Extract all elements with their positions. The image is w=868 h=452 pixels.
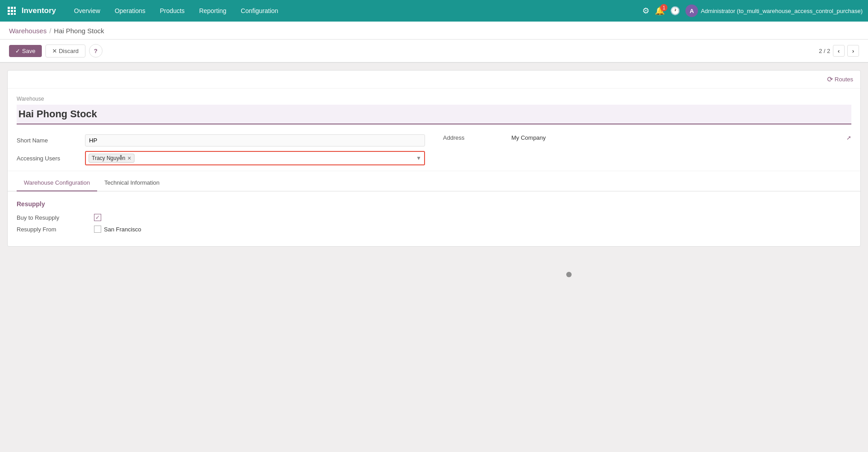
menu-operations[interactable]: Operations <box>107 0 152 22</box>
short-name-field-row: Short Name <box>17 134 425 146</box>
breadcrumb-bar: Warehouses / Hai Phong Stock <box>0 22 868 40</box>
svg-rect-1 <box>11 7 13 9</box>
form-card: ⟳ Routes Warehouse Short Name Accessing … <box>7 70 861 247</box>
svg-rect-6 <box>8 13 10 15</box>
buy-to-resupply-row: Buy to Resupply ✓ <box>17 214 851 221</box>
clock-icon[interactable]: 🕐 <box>670 6 680 16</box>
address-label: Address <box>443 134 506 141</box>
svg-rect-8 <box>14 13 16 15</box>
svg-rect-3 <box>8 10 10 12</box>
buy-to-resupply-label: Buy to Resupply <box>17 214 89 221</box>
san-francisco-label: San Francisco <box>104 226 141 233</box>
menu-reporting[interactable]: Reporting <box>192 0 234 22</box>
help-button[interactable]: ? <box>89 44 103 58</box>
breadcrumb-parent[interactable]: Warehouses <box>9 27 47 35</box>
resupply-from-label: Resupply From <box>17 226 89 233</box>
resupply-from-row: Resupply From San Francisco <box>17 226 851 233</box>
user-name: Administrator (to_multi_warehouse_access… <box>701 8 863 14</box>
top-navigation: Inventory Overview Operations Products R… <box>0 0 868 22</box>
tabs-bar: Warehouse Configuration Technical Inform… <box>8 175 860 191</box>
accessing-users-label: Accessing Users <box>17 155 80 162</box>
remove-user-tag-button[interactable]: ✕ <box>127 155 131 161</box>
breadcrumb: Warehouses / Hai Phong Stock <box>9 27 104 39</box>
short-name-label: Short Name <box>17 137 80 144</box>
short-name-input[interactable] <box>85 134 425 146</box>
save-button[interactable]: ✓ Save <box>9 45 42 57</box>
svg-rect-7 <box>11 13 13 15</box>
grid-menu-icon[interactable] <box>5 4 18 17</box>
accessing-users-field-row: Accessing Users Tracy Nguyễn ✕ ▼ <box>17 151 425 165</box>
check-icon: ✓ <box>15 48 20 54</box>
avatar: A <box>685 4 698 17</box>
main-menu: Overview Operations Products Reporting C… <box>67 0 643 22</box>
menu-configuration[interactable]: Configuration <box>233 0 285 22</box>
svg-rect-2 <box>14 7 16 9</box>
right-field-group: Address My Company ➚ <box>443 134 851 141</box>
resupply-section-heading: Resupply <box>17 200 851 208</box>
external-link-icon[interactable]: ➚ <box>846 134 851 141</box>
pager-next-button[interactable]: › <box>847 45 859 57</box>
accessing-users-input[interactable]: Tracy Nguyễn ✕ ▼ <box>85 151 425 165</box>
breadcrumb-current: Hai Phong Stock <box>54 27 104 35</box>
user-tag-name: Tracy Nguyễn <box>92 155 125 161</box>
routes-bar: ⟳ Routes <box>8 71 860 89</box>
san-francisco-checkbox[interactable] <box>94 226 101 233</box>
address-field-row: Address My Company ➚ <box>443 134 851 141</box>
left-field-group: Short Name Accessing Users Tracy Nguyễn … <box>17 134 425 165</box>
tab-warehouse-configuration[interactable]: Warehouse Configuration <box>17 175 97 191</box>
toolbar: ✓ Save ✕ Discard ? 2 / 2 ‹ › <box>0 40 868 62</box>
svg-rect-4 <box>11 10 13 12</box>
pager-prev-button[interactable]: ‹ <box>833 45 845 57</box>
tab-technical-information[interactable]: Technical Information <box>97 175 167 191</box>
x-icon: ✕ <box>52 48 57 54</box>
routes-button[interactable]: ⟳ Routes <box>827 75 853 84</box>
topnav-right: ⚙ 🔔 1 🕐 A Administrator (to_multi_wareho… <box>642 4 863 17</box>
fields-row: Short Name Accessing Users Tracy Nguyễn … <box>8 129 860 171</box>
dropdown-arrow-icon: ▼ <box>416 155 421 161</box>
warehouse-name-input[interactable] <box>17 105 851 124</box>
breadcrumb-separator: / <box>49 27 51 35</box>
user-menu[interactable]: A Administrator (to_multi_warehouse_acce… <box>685 4 863 17</box>
pager-text: 2 / 2 <box>819 48 830 54</box>
menu-products[interactable]: Products <box>152 0 192 22</box>
address-value: My Company <box>511 134 546 141</box>
form-header: Warehouse <box>8 89 860 129</box>
user-tag: Tracy Nguyễn ✕ <box>89 154 134 163</box>
svg-rect-5 <box>14 10 16 12</box>
svg-rect-0 <box>8 7 10 9</box>
notifications-button[interactable]: 🔔 1 <box>655 6 665 16</box>
warehouse-section-label: Warehouse <box>17 96 851 102</box>
menu-overview[interactable]: Overview <box>67 0 107 22</box>
address-container: My Company ➚ <box>511 134 851 141</box>
settings-icon[interactable]: ⚙ <box>642 6 649 16</box>
discard-button[interactable]: ✕ Discard <box>45 44 85 58</box>
buy-to-resupply-checkbox[interactable]: ✓ <box>94 214 101 221</box>
app-title[interactable]: Inventory <box>22 6 56 15</box>
resupply-from-options: San Francisco <box>94 226 141 233</box>
notification-badge: 1 <box>660 4 667 11</box>
pager: 2 / 2 ‹ › <box>819 45 859 57</box>
main-area: ⟳ Routes Warehouse Short Name Accessing … <box>0 63 868 452</box>
refresh-icon: ⟳ <box>827 75 833 84</box>
tab-content: Resupply Buy to Resupply ✓ Resupply From… <box>8 191 860 246</box>
